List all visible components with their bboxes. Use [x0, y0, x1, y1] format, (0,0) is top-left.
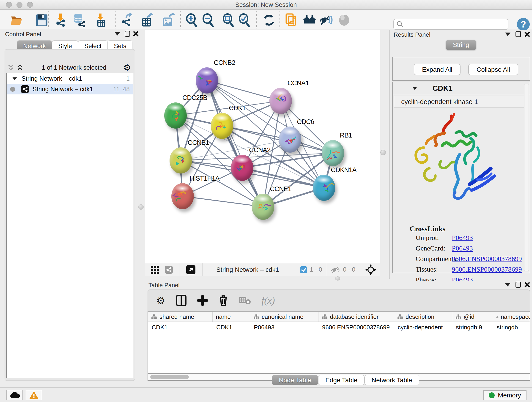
- apply-layout-icon[interactable]: [262, 13, 276, 27]
- zoom-fit-icon[interactable]: [221, 13, 236, 27]
- gene-section-header[interactable]: CDK1: [393, 82, 530, 95]
- scrollbar-thumb[interactable]: [150, 375, 189, 379]
- zoom-in-icon[interactable]: [185, 13, 199, 27]
- cell-namespace[interactable]: stringdb: [493, 322, 530, 332]
- open-session-icon[interactable]: [9, 13, 24, 27]
- cell-database-identifier[interactable]: 9606.ENSP00000378699: [318, 322, 394, 332]
- cell-@id[interactable]: stringdb:9...: [452, 322, 493, 332]
- bottom-splitter-grip[interactable]: [335, 276, 340, 281]
- control-panel-title: Control Panel: [5, 31, 41, 38]
- gene-expander-icon[interactable]: [412, 87, 417, 90]
- column-header-name[interactable]: name: [213, 312, 250, 322]
- node-RB1[interactable]: [322, 140, 344, 166]
- network-icon[interactable]: [165, 266, 173, 274]
- node-CDK1[interactable]: [211, 113, 233, 139]
- close-panel-icon[interactable]: [522, 30, 532, 38]
- cell-shared-name[interactable]: CDK1: [148, 322, 213, 332]
- cloud-icon: [10, 392, 20, 399]
- grid-view-icon[interactable]: [151, 266, 159, 274]
- table-row[interactable]: CDK1CDK1P064939606.ENSP00000378699cyclin…: [148, 322, 530, 332]
- column-header-@id[interactable]: @id: [452, 312, 493, 322]
- node-CCNB1[interactable]: [170, 147, 192, 173]
- network-options-gear-icon[interactable]: ⚙: [123, 63, 131, 73]
- panel-menu-icon[interactable]: [112, 30, 122, 38]
- tab-edge-table[interactable]: Edge Table: [318, 375, 365, 385]
- collapse-all-icon[interactable]: [6, 64, 16, 71]
- export-table-icon[interactable]: [140, 13, 154, 27]
- delete-table-icon[interactable]: [239, 296, 251, 305]
- help-icon[interactable]: ?: [517, 18, 530, 31]
- column-header-description[interactable]: description: [394, 312, 452, 322]
- panel-menu-icon[interactable]: [503, 30, 513, 38]
- node-HIST1H1A[interactable]: [171, 183, 194, 209]
- column-header-database-identifier[interactable]: database identifier: [318, 312, 394, 322]
- node-CDKN1A[interactable]: [313, 175, 335, 201]
- column-header-canonical-name[interactable]: canonical name: [250, 312, 318, 322]
- expand-all-button[interactable]: Expand All: [414, 64, 461, 75]
- export-image-icon[interactable]: [161, 13, 176, 27]
- right-splitter-grip[interactable]: [380, 150, 386, 155]
- show-columns-icon[interactable]: [176, 294, 187, 306]
- search-input[interactable]: [405, 21, 508, 28]
- export-network-icon[interactable]: [120, 13, 134, 27]
- results-panel: Results Panel String Expand All Collapse…: [390, 30, 532, 279]
- edge-CDK1-RB1[interactable]: [222, 126, 333, 153]
- table-options-gear-icon[interactable]: ⚙: [156, 295, 165, 306]
- cell-canonical-name[interactable]: P06493: [250, 322, 318, 332]
- selected-count: 1 - 0: [310, 266, 322, 273]
- function-builder-icon[interactable]: f(x): [261, 295, 275, 306]
- node-CDC6[interactable]: [279, 127, 301, 153]
- zoom-out-icon[interactable]: [201, 13, 216, 27]
- collection-expander-icon[interactable]: [12, 77, 17, 80]
- collapse-all-button[interactable]: Collapse All: [468, 64, 518, 75]
- selected-indicator-icon[interactable]: [300, 266, 307, 273]
- memory-button[interactable]: Memory: [483, 390, 526, 400]
- node-CCNB2[interactable]: [196, 67, 218, 94]
- node-CCNE1[interactable]: [252, 194, 274, 220]
- tab-node-table[interactable]: Node Table: [272, 375, 318, 385]
- tab-string[interactable]: String: [446, 40, 476, 50]
- network-canvas[interactable]: CCNB2CCNA1CDC25BCDK1CDC6RB1CCNB1CCNA2CDK…: [145, 30, 380, 263]
- delete-column-icon[interactable]: [218, 294, 228, 306]
- edge-CCNE1-HIST1H1A[interactable]: [183, 196, 263, 207]
- close-panel-icon[interactable]: [522, 281, 532, 288]
- import-table-file-icon[interactable]: [94, 13, 108, 27]
- import-network-file-icon[interactable]: [53, 13, 68, 27]
- network-row[interactable]: String Network – cdk1 11 48: [7, 84, 133, 95]
- warning-status-button[interactable]: [26, 390, 42, 400]
- crosslink-link[interactable]: 9606.ENSP00000378699: [452, 265, 522, 273]
- detach-view-icon[interactable]: [186, 265, 196, 274]
- home-pages-icon[interactable]: [302, 13, 317, 27]
- crosslink-label: Uniprot:: [416, 234, 439, 242]
- save-session-icon[interactable]: [34, 13, 49, 27]
- gene-description: cyclin-dependent kinase 1: [394, 96, 528, 108]
- column-header-namespace[interactable]: namespace: [493, 312, 530, 322]
- edge-CCNB2-CCNE1[interactable]: [207, 80, 263, 207]
- birdseye-toggle-icon[interactable]: [365, 264, 376, 275]
- crosslink-link[interactable]: P06493: [452, 234, 473, 242]
- crosslink-link[interactable]: 9606.ENSP00000378699: [452, 255, 522, 263]
- node-CDC25B[interactable]: [164, 102, 187, 128]
- column-header-shared-name[interactable]: shared name: [148, 312, 213, 322]
- node-CCNA1[interactable]: [269, 88, 292, 114]
- panel-menu-icon[interactable]: [503, 281, 513, 288]
- cloud-status-button[interactable]: [6, 390, 23, 400]
- tab-network-table[interactable]: Network Table: [365, 375, 419, 385]
- expand-all-icon[interactable]: [16, 64, 25, 71]
- string-documents-icon[interactable]: [284, 13, 299, 27]
- node-CCNA2[interactable]: [231, 155, 253, 181]
- node-label-CDKN1A: CDKN1A: [331, 166, 356, 174]
- cell-description[interactable]: cyclin-dependent ...: [394, 322, 452, 332]
- show-hide-icon[interactable]: [318, 13, 333, 27]
- import-network-database-icon[interactable]: [72, 13, 87, 27]
- birdseye-icon[interactable]: [337, 13, 351, 27]
- crosslink-link[interactable]: P06493: [452, 244, 473, 252]
- close-panel-icon[interactable]: [131, 30, 141, 38]
- main-toolbar: ?: [0, 10, 532, 30]
- left-splitter-grip[interactable]: [138, 204, 144, 210]
- results-scrollbar[interactable]: [524, 84, 529, 271]
- cell-name[interactable]: CDK1: [213, 322, 250, 332]
- zoom-selected-icon[interactable]: [237, 13, 252, 27]
- create-column-icon[interactable]: [197, 295, 208, 306]
- network-collection-row[interactable]: String Network – cdk1 1: [7, 73, 133, 84]
